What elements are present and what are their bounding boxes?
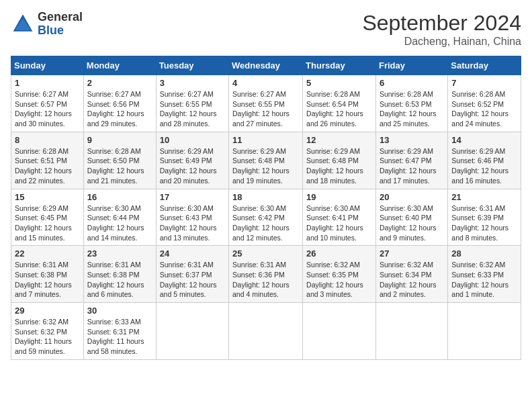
calendar-cell	[375, 303, 447, 360]
day-detail: Sunrise: 6:29 AMSunset: 6:45 PMDaylight:…	[15, 204, 72, 242]
calendar-cell: 11 Sunrise: 6:29 AMSunset: 6:48 PMDaylig…	[229, 132, 303, 189]
weekday-header-monday: Monday	[83, 56, 156, 75]
day-detail: Sunrise: 6:29 AMSunset: 6:47 PMDaylight:…	[380, 147, 437, 185]
calendar-cell: 15 Sunrise: 6:29 AMSunset: 6:45 PMDaylig…	[11, 189, 84, 246]
day-number: 23	[87, 248, 152, 259]
weekday-header-saturday: Saturday	[448, 56, 521, 75]
calendar-cell: 24 Sunrise: 6:31 AMSunset: 6:37 PMDaylig…	[156, 246, 228, 303]
calendar-cell: 16 Sunrise: 6:30 AMSunset: 6:44 PMDaylig…	[83, 189, 156, 246]
day-number: 4	[232, 78, 299, 88]
day-number: 28	[451, 248, 517, 259]
week-row-1: 1 Sunrise: 6:27 AMSunset: 6:57 PMDayligh…	[11, 75, 521, 132]
calendar-cell: 2 Sunrise: 6:27 AMSunset: 6:56 PMDayligh…	[83, 75, 156, 132]
day-number: 5	[306, 78, 372, 88]
month-title: September 2024	[362, 11, 521, 36]
day-number: 24	[160, 248, 225, 259]
day-number: 12	[306, 135, 372, 145]
calendar-cell: 6 Sunrise: 6:28 AMSunset: 6:53 PMDayligh…	[375, 75, 447, 132]
day-detail: Sunrise: 6:27 AMSunset: 6:55 PMDaylight:…	[160, 90, 217, 128]
calendar-cell: 20 Sunrise: 6:30 AMSunset: 6:40 PMDaylig…	[375, 189, 447, 246]
day-detail: Sunrise: 6:27 AMSunset: 6:57 PMDaylight:…	[15, 90, 72, 128]
day-number: 25	[232, 248, 299, 259]
weekday-header-thursday: Thursday	[303, 56, 376, 75]
calendar-cell: 4 Sunrise: 6:27 AMSunset: 6:55 PMDayligh…	[229, 75, 303, 132]
day-detail: Sunrise: 6:31 AMSunset: 6:38 PMDaylight:…	[87, 261, 144, 298]
day-number: 15	[15, 192, 80, 202]
day-number: 7	[451, 78, 517, 88]
location-title: Dacheng, Hainan, China	[362, 36, 521, 48]
day-detail: Sunrise: 6:28 AMSunset: 6:50 PMDaylight:…	[87, 147, 144, 185]
day-detail: Sunrise: 6:28 AMSunset: 6:52 PMDaylight:…	[451, 90, 508, 128]
calendar-cell: 21 Sunrise: 6:31 AMSunset: 6:39 PMDaylig…	[448, 189, 521, 246]
title-area: September 2024 Dacheng, Hainan, China	[362, 11, 521, 48]
calendar-cell: 26 Sunrise: 6:32 AMSunset: 6:35 PMDaylig…	[303, 246, 376, 303]
day-number: 29	[15, 306, 80, 316]
calendar-cell: 18 Sunrise: 6:30 AMSunset: 6:42 PMDaylig…	[229, 189, 303, 246]
day-number: 9	[87, 135, 152, 145]
day-detail: Sunrise: 6:27 AMSunset: 6:55 PMDaylight:…	[232, 90, 290, 128]
calendar-cell: 29 Sunrise: 6:32 AMSunset: 6:32 PMDaylig…	[11, 303, 84, 360]
calendar-cell: 8 Sunrise: 6:28 AMSunset: 6:51 PMDayligh…	[11, 132, 84, 189]
weekday-header-tuesday: Tuesday	[156, 56, 228, 75]
day-number: 14	[451, 135, 517, 145]
day-number: 30	[87, 306, 152, 316]
weekday-header-row: SundayMondayTuesdayWednesdayThursdayFrid…	[11, 56, 521, 75]
day-detail: Sunrise: 6:27 AMSunset: 6:56 PMDaylight:…	[87, 90, 144, 128]
calendar-cell	[156, 303, 228, 360]
day-detail: Sunrise: 6:30 AMSunset: 6:43 PMDaylight:…	[160, 204, 217, 242]
calendar-cell: 14 Sunrise: 6:29 AMSunset: 6:46 PMDaylig…	[448, 132, 521, 189]
calendar-cell: 9 Sunrise: 6:28 AMSunset: 6:50 PMDayligh…	[83, 132, 156, 189]
day-detail: Sunrise: 6:30 AMSunset: 6:44 PMDaylight:…	[87, 204, 144, 242]
calendar-cell: 23 Sunrise: 6:31 AMSunset: 6:38 PMDaylig…	[83, 246, 156, 303]
calendar-cell: 30 Sunrise: 6:33 AMSunset: 6:31 PMDaylig…	[83, 303, 156, 360]
day-number: 3	[160, 78, 225, 88]
logo-text: General Blue	[38, 11, 83, 38]
day-number: 1	[15, 78, 80, 88]
calendar-cell: 7 Sunrise: 6:28 AMSunset: 6:52 PMDayligh…	[448, 75, 521, 132]
calendar-cell: 3 Sunrise: 6:27 AMSunset: 6:55 PMDayligh…	[156, 75, 228, 132]
day-number: 22	[15, 248, 80, 259]
day-number: 20	[380, 192, 444, 202]
day-detail: Sunrise: 6:29 AMSunset: 6:48 PMDaylight:…	[232, 147, 290, 185]
logo: General Blue	[11, 11, 83, 38]
day-number: 19	[306, 192, 372, 202]
week-row-3: 15 Sunrise: 6:29 AMSunset: 6:45 PMDaylig…	[11, 189, 521, 246]
day-detail: Sunrise: 6:28 AMSunset: 6:54 PMDaylight:…	[306, 90, 363, 128]
calendar-cell: 28 Sunrise: 6:32 AMSunset: 6:33 PMDaylig…	[448, 246, 521, 303]
day-detail: Sunrise: 6:32 AMSunset: 6:35 PMDaylight:…	[306, 261, 363, 298]
calendar-cell: 22 Sunrise: 6:31 AMSunset: 6:38 PMDaylig…	[11, 246, 84, 303]
header: General Blue September 2024 Dacheng, Hai…	[11, 11, 521, 48]
day-number: 18	[232, 192, 299, 202]
day-detail: Sunrise: 6:30 AMSunset: 6:42 PMDaylight:…	[232, 204, 290, 242]
day-number: 13	[380, 135, 444, 145]
calendar-table: SundayMondayTuesdayWednesdayThursdayFrid…	[11, 56, 521, 360]
day-detail: Sunrise: 6:31 AMSunset: 6:37 PMDaylight:…	[160, 261, 217, 298]
week-row-2: 8 Sunrise: 6:28 AMSunset: 6:51 PMDayligh…	[11, 132, 521, 189]
day-number: 2	[87, 78, 152, 88]
day-number: 17	[160, 192, 225, 202]
calendar-cell: 19 Sunrise: 6:30 AMSunset: 6:41 PMDaylig…	[303, 189, 376, 246]
day-number: 11	[232, 135, 299, 145]
calendar-cell: 27 Sunrise: 6:32 AMSunset: 6:34 PMDaylig…	[375, 246, 447, 303]
calendar-cell: 10 Sunrise: 6:29 AMSunset: 6:49 PMDaylig…	[156, 132, 228, 189]
calendar-cell: 1 Sunrise: 6:27 AMSunset: 6:57 PMDayligh…	[11, 75, 84, 132]
day-number: 6	[380, 78, 444, 88]
week-row-4: 22 Sunrise: 6:31 AMSunset: 6:38 PMDaylig…	[11, 246, 521, 303]
day-detail: Sunrise: 6:31 AMSunset: 6:39 PMDaylight:…	[451, 204, 508, 242]
day-number: 8	[15, 135, 80, 145]
logo-icon	[11, 12, 35, 36]
calendar-cell: 25 Sunrise: 6:31 AMSunset: 6:36 PMDaylig…	[229, 246, 303, 303]
day-detail: Sunrise: 6:28 AMSunset: 6:53 PMDaylight:…	[380, 90, 437, 128]
weekday-header-sunday: Sunday	[11, 56, 84, 75]
day-detail: Sunrise: 6:28 AMSunset: 6:51 PMDaylight:…	[15, 147, 72, 185]
day-detail: Sunrise: 6:30 AMSunset: 6:41 PMDaylight:…	[306, 204, 363, 242]
day-detail: Sunrise: 6:30 AMSunset: 6:40 PMDaylight:…	[380, 204, 437, 242]
calendar-cell: 13 Sunrise: 6:29 AMSunset: 6:47 PMDaylig…	[375, 132, 447, 189]
calendar-cell	[448, 303, 521, 360]
calendar-cell: 12 Sunrise: 6:29 AMSunset: 6:48 PMDaylig…	[303, 132, 376, 189]
day-detail: Sunrise: 6:29 AMSunset: 6:49 PMDaylight:…	[160, 147, 217, 185]
day-detail: Sunrise: 6:29 AMSunset: 6:48 PMDaylight:…	[306, 147, 363, 185]
calendar-cell: 5 Sunrise: 6:28 AMSunset: 6:54 PMDayligh…	[303, 75, 376, 132]
day-number: 27	[380, 248, 444, 259]
calendar-cell: 17 Sunrise: 6:30 AMSunset: 6:43 PMDaylig…	[156, 189, 228, 246]
